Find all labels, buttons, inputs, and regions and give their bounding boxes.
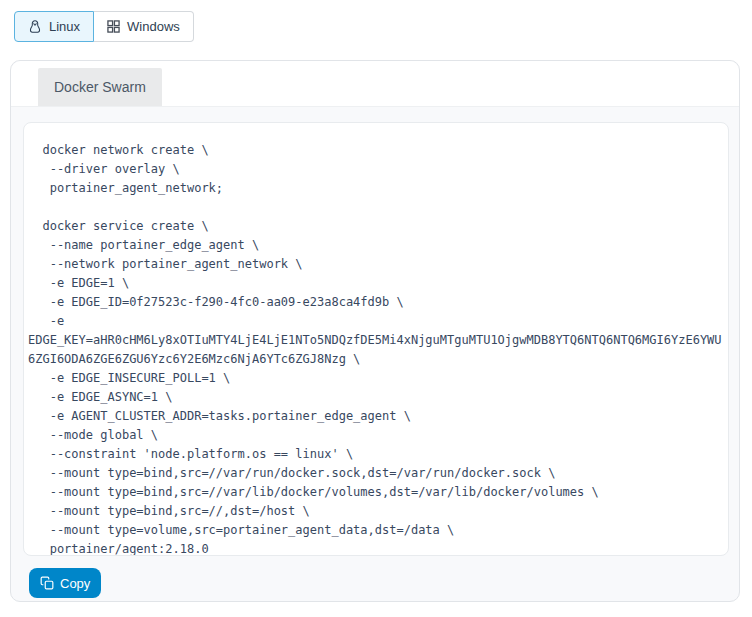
os-tab-windows[interactable]: Windows [94, 11, 194, 42]
code-line: --mode global \ [28, 426, 724, 445]
code-line [28, 198, 724, 217]
tab-docker-swarm[interactable]: Docker Swarm [38, 68, 162, 106]
code-line: --name portainer_edge_agent \ [28, 236, 724, 255]
copy-icon [40, 576, 54, 590]
code-line: docker network create \ [28, 141, 724, 160]
code-line: -e EDGE_ID=0f27523c-f290-4fc0-aa09-e23a8… [28, 293, 724, 312]
code-line: --driver overlay \ [28, 160, 724, 179]
code-line: -e AGENT_CLUSTER_ADDR=tasks.portainer_ed… [28, 407, 724, 426]
code-line: --mount type=bind,src=//var/run/docker.s… [28, 464, 724, 483]
code-line: --mount type=volume,src=portainer_agent_… [28, 521, 724, 540]
deploy-command-code-block: docker network create \ --driver overlay… [23, 122, 729, 556]
os-tab-linux-label: Linux [49, 19, 80, 34]
code-line: --network portainer_agent_network \ [28, 255, 724, 274]
linux-icon [28, 19, 42, 34]
deployment-card: Docker Swarm docker network create \ --d… [10, 60, 740, 602]
code-line: -e EDGE_ASYNC=1 \ [28, 388, 724, 407]
code-line: EDGE_KEY=aHR0cHM6Ly8xOTIuMTY4LjE4LjE1NTo… [28, 331, 724, 350]
os-tab-group: Linux Windows [14, 11, 194, 42]
code-line: --mount type=bind,src=//,dst=/host \ [28, 502, 724, 521]
code-line: -e [28, 312, 724, 331]
code-line: --constraint 'node.platform.os == linux'… [28, 445, 724, 464]
deployment-card-header: Docker Swarm [11, 61, 739, 107]
code-line: portainer_agent_network; [28, 179, 724, 198]
copy-button-label: Copy [60, 576, 90, 591]
copy-button[interactable]: Copy [29, 568, 101, 598]
code-line: 6ZGI6ODA6ZGE6ZGU6Yzc6Y2E6Mzc6NjA6YTc6ZGJ… [28, 350, 724, 369]
code-line: portainer/agent:2.18.0 [28, 540, 724, 556]
code-line: --mount type=bind,src=//var/lib/docker/v… [28, 483, 724, 502]
os-tab-linux[interactable]: Linux [14, 11, 94, 42]
os-tab-windows-label: Windows [127, 19, 180, 34]
code-line: -e EDGE_INSECURE_POLL=1 \ [28, 369, 724, 388]
windows-icon [107, 20, 120, 33]
code-line: -e EDGE=1 \ [28, 274, 724, 293]
code-line: docker service create \ [28, 217, 724, 236]
